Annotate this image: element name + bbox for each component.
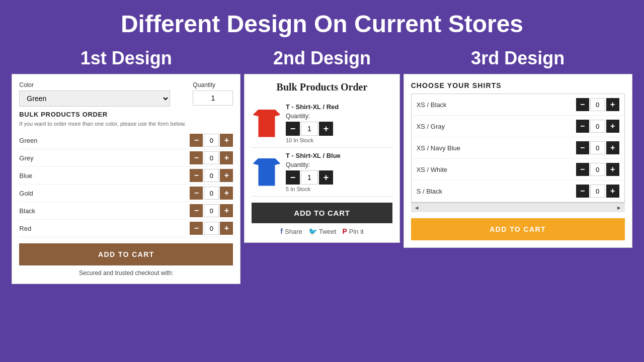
pin-button[interactable]: P Pin it (342, 227, 363, 235)
qty-val-xs-navy[interactable] (590, 141, 605, 154)
shirt-row-xs-black: XS / Black − + (412, 94, 624, 116)
minus-xs-gray[interactable]: − (576, 120, 589, 133)
qty-controls-red: − + (190, 222, 233, 235)
tweet-label: Tweet (319, 228, 337, 235)
plus-blue[interactable]: + (220, 169, 233, 182)
bulk-row-label: Black (19, 207, 190, 215)
plus-green[interactable]: + (220, 134, 233, 147)
twitter-icon: 🐦 (308, 227, 317, 235)
qty-controls-blue: − + (190, 169, 233, 182)
shirt-row-xs-navy: XS / Navy Blue − + (412, 137, 624, 159)
qty-val-product-blue[interactable] (301, 170, 318, 185)
bulk-row-label: Grey (19, 154, 190, 162)
qty-val-product-red[interactable] (301, 122, 318, 136)
plus-black[interactable]: + (220, 204, 233, 217)
product-qty-label-red: Quantity: (286, 113, 392, 120)
qty-controls-xs-black: − + (576, 98, 619, 111)
minus-blue[interactable]: − (190, 169, 203, 182)
bulk-row-green: Green − + (19, 132, 233, 149)
bulk-row-blue: Blue − + (19, 167, 233, 185)
plus-gold[interactable]: + (220, 187, 233, 200)
minus-xs-black[interactable]: − (576, 98, 589, 111)
plus-grey[interactable]: + (220, 151, 233, 164)
design1-label: 1st Design (80, 48, 172, 69)
color-select[interactable]: Green Grey Blue Gold Black Red (19, 90, 170, 107)
design2-card: Bulk Products Order T - Shirt-XL / Red Q… (244, 74, 400, 243)
scroll-right-icon[interactable]: ► (616, 205, 622, 211)
social-row: f Share 🐦 Tweet P Pin it (252, 227, 392, 235)
minus-green[interactable]: − (190, 134, 203, 147)
bulk-row-gold: Gold − + (19, 185, 233, 202)
color-label: Color (19, 81, 170, 88)
plus-xs-gray[interactable]: + (606, 120, 619, 133)
plus-product-red[interactable]: + (319, 122, 333, 136)
quantity-input[interactable] (193, 90, 233, 106)
share-button[interactable]: f Share (280, 227, 302, 235)
pin-label: Pin it (349, 228, 364, 235)
qty-val-blue[interactable] (204, 169, 219, 182)
add-to-cart-button[interactable]: ADD TO CART (19, 243, 233, 265)
qty-val-green[interactable] (204, 134, 219, 147)
shirt-label-xs-navy: XS / Navy Blue (417, 144, 576, 152)
product-qty-label-blue: Quantity: (286, 161, 392, 168)
minus-gold[interactable]: − (190, 187, 203, 200)
quantity-label: Quantity (193, 81, 233, 88)
tweet-button[interactable]: 🐦 Tweet (308, 227, 337, 235)
facebook-icon: f (280, 227, 283, 235)
product-row-blue: T - Shirt-XL / Blue Quantity: − + 5 In S… (252, 148, 392, 197)
qty-val-grey[interactable] (204, 151, 219, 164)
product-name-blue: T - Shirt-XL / Blue (286, 152, 392, 159)
qty-val-xs-black[interactable] (590, 98, 605, 111)
qty-val-s-black[interactable] (590, 185, 605, 198)
qty-controls-xs-white: − + (576, 163, 619, 176)
minus-xs-navy[interactable]: − (576, 141, 589, 154)
plus-red[interactable]: + (220, 222, 233, 235)
shirt-label-xs-gray: XS / Gray (417, 123, 576, 130)
bulk-row-label: Red (19, 225, 190, 232)
in-stock-red: 10 In Stock (286, 137, 392, 143)
qty-val-red[interactable] (204, 222, 219, 235)
minus-product-blue[interactable]: − (286, 170, 300, 185)
bulk-row-red: Red − + (19, 220, 233, 237)
pinterest-icon: P (342, 227, 347, 235)
plus-s-black[interactable]: + (606, 185, 619, 198)
scroll-left-icon[interactable]: ◄ (414, 205, 420, 211)
plus-xs-navy[interactable]: + (606, 141, 619, 154)
share-label: Share (285, 228, 302, 235)
minus-grey[interactable]: − (190, 151, 203, 164)
in-stock-blue: 5 In Stock (286, 186, 392, 192)
qty-controls-grey: − + (190, 151, 233, 164)
minus-xs-white[interactable]: − (576, 163, 589, 176)
plus-xs-black[interactable]: + (606, 98, 619, 111)
qty-controls-black: − + (190, 204, 233, 217)
add-to-cart-button-3[interactable]: ADD TO CART (411, 218, 625, 240)
qty-val-black[interactable] (204, 204, 219, 217)
design2-label: 2nd Design (273, 48, 371, 69)
product-qty-controls-blue: − + (286, 170, 392, 185)
page-title: Different Design On Current Stores (0, 0, 644, 43)
qty-val-gold[interactable] (204, 187, 219, 200)
bulk-title: BULK PRODUCTS ORDER (19, 111, 233, 118)
shirt-label-xs-white: XS / White (417, 166, 576, 173)
plus-xs-white[interactable]: + (606, 163, 619, 176)
qty-controls-xs-gray: − + (576, 120, 619, 133)
shirt-row-xs-white: XS / White − + (412, 159, 624, 180)
qty-controls-gold: − + (190, 187, 233, 200)
minus-product-red[interactable]: − (286, 122, 300, 136)
bulk-row-label: Gold (19, 190, 190, 197)
choose-title: CHOOSE YOUR SHIRTS (411, 81, 625, 89)
design1-card: Color Green Grey Blue Gold Black Red Qua… (12, 74, 240, 284)
qty-val-xs-white[interactable] (590, 163, 605, 176)
add-to-cart-button-2[interactable]: ADD TO CART (252, 203, 392, 223)
minus-red[interactable]: − (190, 222, 203, 235)
minus-black[interactable]: − (190, 204, 203, 217)
bulk-row-label: Green (19, 137, 190, 144)
qty-controls-xs-navy: − + (576, 141, 619, 154)
shirt-label-xs-black: XS / Black (417, 101, 576, 109)
secured-text: Secured and trusted checkout with: (19, 269, 233, 277)
bulk-row-label: Blue (19, 172, 190, 179)
minus-s-black[interactable]: − (576, 185, 589, 198)
plus-product-blue[interactable]: + (319, 170, 333, 185)
bulk-row-grey: Grey − + (19, 149, 233, 167)
qty-val-xs-gray[interactable] (590, 120, 605, 133)
